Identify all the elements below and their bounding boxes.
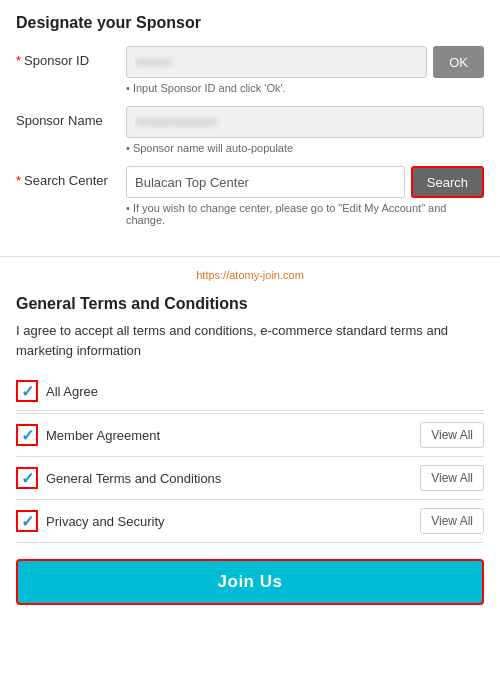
member-agreement-checkmark: ✓: [21, 426, 34, 445]
general-terms-row: ✓ General Terms and Conditions View All: [16, 456, 484, 499]
designate-sponsor-section: Designate your Sponsor *Sponsor ID OK • …: [0, 0, 500, 252]
designate-sponsor-title: Designate your Sponsor: [16, 14, 484, 32]
sponsor-name-row: Sponsor Name • Sponsor name will auto-po…: [16, 106, 484, 154]
search-button[interactable]: Search: [411, 166, 484, 198]
privacy-security-view-all-button[interactable]: View All: [420, 508, 484, 534]
sponsor-name-field: • Sponsor name will auto-populate: [126, 106, 484, 154]
terms-title: General Terms and Conditions: [16, 295, 484, 313]
search-center-row: *Search Center Search • If you wish to c…: [16, 166, 484, 226]
general-terms-checkmark: ✓: [21, 469, 34, 488]
member-agreement-row: ✓ Member Agreement View All: [16, 413, 484, 456]
terms-section: General Terms and Conditions I agree to …: [0, 285, 500, 543]
member-agreement-view-all-button[interactable]: View All: [420, 422, 484, 448]
ok-button[interactable]: OK: [433, 46, 484, 78]
join-us-button[interactable]: Join Us: [16, 559, 484, 605]
sponsor-id-label: *Sponsor ID: [16, 46, 126, 68]
all-agree-checkbox-wrapper[interactable]: ✓: [16, 380, 38, 402]
sponsor-id-field: OK • Input Sponsor ID and click 'Ok'.: [126, 46, 484, 94]
all-agree-checkmark: ✓: [21, 382, 34, 401]
required-star-center: *: [16, 173, 21, 188]
privacy-security-row: ✓ Privacy and Security View All: [16, 499, 484, 543]
required-star: *: [16, 53, 21, 68]
sponsor-name-hint: • Sponsor name will auto-populate: [126, 142, 484, 154]
privacy-security-checkbox[interactable]: ✓: [16, 510, 38, 532]
general-terms-label: General Terms and Conditions: [46, 471, 412, 486]
all-agree-row: ✓ All Agree: [16, 372, 484, 411]
all-agree-label: All Agree: [46, 384, 484, 399]
watermark: https://atomy-join.com: [0, 269, 500, 281]
search-center-label: *Search Center: [16, 166, 126, 188]
join-bar: Join Us: [0, 559, 500, 621]
sponsor-id-hint: • Input Sponsor ID and click 'Ok'.: [126, 82, 484, 94]
search-center-field: Search • If you wish to change center, p…: [126, 166, 484, 226]
sponsor-name-input[interactable]: [126, 106, 484, 138]
general-terms-view-all-button[interactable]: View All: [420, 465, 484, 491]
sponsor-id-row: *Sponsor ID OK • Input Sponsor ID and cl…: [16, 46, 484, 94]
section-divider: [0, 256, 500, 257]
terms-intro: I agree to accept all terms and conditio…: [16, 321, 484, 360]
search-center-input[interactable]: [126, 166, 405, 198]
privacy-security-checkmark: ✓: [21, 512, 34, 531]
sponsor-name-input-row: [126, 106, 484, 138]
member-agreement-checkbox[interactable]: ✓: [16, 424, 38, 446]
search-center-hint: • If you wish to change center, please g…: [126, 202, 484, 226]
sponsor-name-label: Sponsor Name: [16, 106, 126, 128]
member-agreement-label: Member Agreement: [46, 428, 412, 443]
sponsor-id-input[interactable]: [126, 46, 427, 78]
general-terms-checkbox[interactable]: ✓: [16, 467, 38, 489]
search-center-input-row: Search: [126, 166, 484, 198]
sponsor-id-input-row: OK: [126, 46, 484, 78]
privacy-security-label: Privacy and Security: [46, 514, 412, 529]
